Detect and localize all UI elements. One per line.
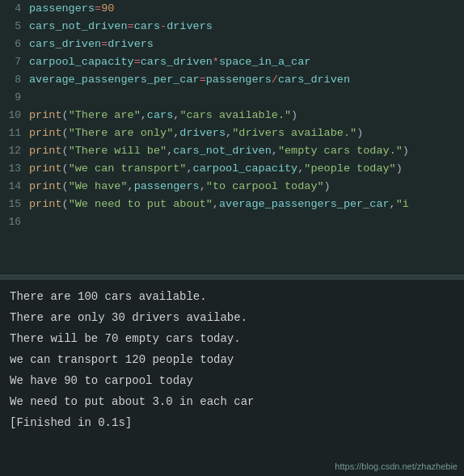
line-content bbox=[29, 89, 464, 107]
line-number: 5 bbox=[0, 18, 29, 36]
code-line: 8average_passengers_per_car=passengers/c… bbox=[0, 71, 464, 89]
line-content: print("There are only",drivers,"drivers … bbox=[29, 124, 464, 142]
line-content: cars_driven=drivers bbox=[29, 36, 464, 53]
line-content: print("we can transport",carpool_capacit… bbox=[29, 160, 464, 178]
output-line: We need to put about 3.0 in each car bbox=[10, 391, 454, 412]
line-content: print("We have",passengers,"to carpool t… bbox=[29, 178, 464, 196]
code-line: 4passengers=90 bbox=[0, 0, 464, 18]
code-line: 15print("We need to put about",average_p… bbox=[0, 196, 464, 213]
code-line: 14print("We have",passengers,"to carpool… bbox=[0, 178, 464, 196]
line-number: 4 bbox=[0, 0, 29, 18]
code-line: 13print("we can transport",carpool_capac… bbox=[0, 160, 464, 178]
code-line: 16 bbox=[0, 213, 464, 231]
output-line: [Finished in 0.1s] bbox=[10, 412, 454, 433]
code-line: 11print("There are only",drivers,"driver… bbox=[0, 124, 464, 142]
output-line: There are 100 cars available. bbox=[10, 286, 454, 307]
watermark: https://blog.csdn.net/zhazhebie bbox=[335, 461, 458, 471]
code-line: 12print("There will be",cars_not_driven,… bbox=[0, 142, 464, 160]
line-content bbox=[29, 213, 464, 231]
line-number: 15 bbox=[0, 196, 29, 213]
line-number: 6 bbox=[0, 36, 29, 53]
line-content: carpool_capacity=cars_driven*space_in_a_… bbox=[29, 53, 464, 71]
line-content: print("There are",cars,"cars available."… bbox=[29, 107, 464, 124]
line-number: 11 bbox=[0, 124, 29, 142]
line-number: 8 bbox=[0, 71, 29, 89]
editor-area: 4passengers=905cars_not_driven=cars-driv… bbox=[0, 0, 464, 275]
output-line: we can transport 120 people today bbox=[10, 349, 454, 370]
output-line: We have 90 to carpool today bbox=[10, 370, 454, 391]
line-number: 16 bbox=[0, 213, 29, 231]
line-content: passengers=90 bbox=[29, 0, 464, 18]
line-number: 12 bbox=[0, 142, 29, 160]
line-number: 13 bbox=[0, 160, 29, 178]
code-line: 9 bbox=[0, 89, 464, 107]
line-number: 10 bbox=[0, 107, 29, 124]
line-content: print("There will be",cars_not_driven,"e… bbox=[29, 142, 464, 160]
code-line: 7carpool_capacity=cars_driven*space_in_a… bbox=[0, 53, 464, 71]
output-area: There are 100 cars available.There are o… bbox=[0, 280, 464, 476]
code-line: 10print("There are",cars,"cars available… bbox=[0, 107, 464, 124]
line-number: 9 bbox=[0, 89, 29, 107]
line-number: 7 bbox=[0, 53, 29, 71]
line-content: average_passengers_per_car=passengers/ca… bbox=[29, 71, 464, 89]
code-line: 5cars_not_driven=cars-drivers bbox=[0, 18, 464, 36]
code-line: 6cars_driven=drivers bbox=[0, 36, 464, 53]
output-line: There are only 30 drivers availabe. bbox=[10, 307, 454, 328]
line-content: cars_not_driven=cars-drivers bbox=[29, 18, 464, 36]
line-content: print("We need to put about",average_pas… bbox=[29, 196, 464, 213]
output-line: There will be 70 empty cars today. bbox=[10, 328, 454, 349]
line-number: 14 bbox=[0, 178, 29, 196]
